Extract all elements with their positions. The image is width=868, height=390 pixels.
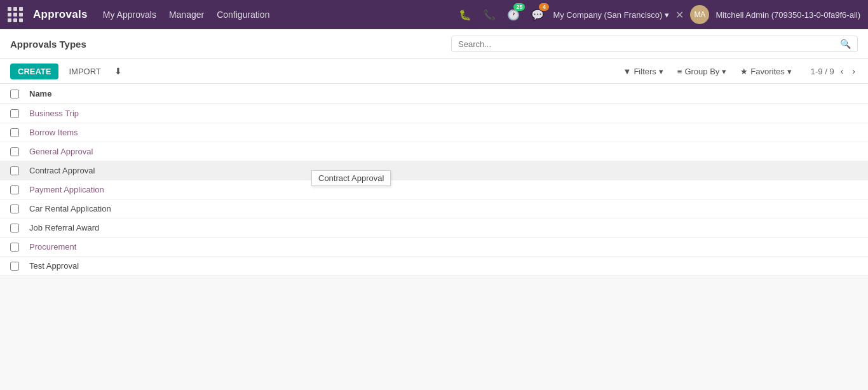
table-row[interactable]: General Approval [0, 142, 868, 161]
user-label: Mitchell Admin (709350-13-0-0fa9f6-all) [715, 10, 860, 20]
topnav: Approvals My Approvals Manager Configura… [0, 0, 868, 29]
chat-badge: 4 [539, 3, 549, 11]
row-checkbox[interactable] [10, 147, 19, 156]
row-checkbox[interactable] [10, 109, 19, 118]
row-checkbox-container[interactable] [10, 109, 29, 118]
groupby-button[interactable]: ≡ Group By ▾ [672, 64, 732, 79]
row-checkbox[interactable] [10, 205, 19, 213]
row-checkbox-container[interactable] [10, 166, 29, 175]
row-name: Contract Approval [29, 166, 95, 175]
star-icon: ★ [740, 67, 748, 76]
row-checkbox-container[interactable] [10, 185, 29, 194]
row-name: Test Approval [29, 261, 79, 271]
row-checkbox[interactable] [10, 224, 19, 232]
row-checkbox-container[interactable] [10, 262, 29, 271]
nav-manager[interactable]: Manager [169, 10, 204, 20]
row-checkbox[interactable] [10, 243, 19, 252]
download-button[interactable]: ⬇ [111, 63, 125, 79]
table-row[interactable]: Procurement [0, 238, 868, 257]
select-all-checkbox-container[interactable] [10, 90, 29, 98]
row-checkbox[interactable] [10, 166, 19, 175]
clock-badge: 25 [513, 3, 525, 11]
toolbar-right: ▼ Filters ▾ ≡ Group By ▾ ★ Favorites ▾ 1… [618, 64, 858, 79]
subheader: Approvals Types 🔍 [0, 29, 868, 59]
select-all-checkbox[interactable] [10, 90, 19, 98]
clock-icon[interactable]: 🕐 25 [505, 6, 522, 24]
row-name[interactable]: Borrow Items [29, 128, 78, 137]
apps-menu-icon[interactable] [8, 7, 23, 22]
row-name: Car Rental Application [29, 204, 111, 213]
table-header: Name [0, 84, 868, 104]
pagination: 1-9 / 9 ‹ › [811, 65, 858, 77]
row-checkbox-container[interactable] [10, 205, 29, 213]
row-name[interactable]: Payment Application [29, 185, 104, 194]
prev-page-button[interactable]: ‹ [838, 65, 846, 77]
col-name-header: Name [29, 89, 51, 98]
row-checkbox-container[interactable] [10, 147, 29, 156]
chat-icon[interactable]: 💬 4 [529, 6, 546, 24]
row-name: Job Referral Award [29, 223, 99, 232]
row-checkbox[interactable] [10, 262, 19, 271]
search-icon: 🔍 [840, 39, 851, 49]
app-title: Approvals [33, 8, 88, 21]
groupby-dropdown-icon: ▾ [722, 67, 726, 76]
pagination-label: 1-9 / 9 [811, 67, 834, 76]
main-nav: My Approvals Manager Configuration [103, 10, 270, 20]
next-page-button[interactable]: › [850, 65, 858, 77]
filters-dropdown-icon: ▾ [659, 67, 663, 76]
row-name[interactable]: Business Trip [29, 109, 79, 118]
row-name[interactable]: Procurement [29, 242, 76, 252]
table-row[interactable]: Job Referral Award [0, 219, 868, 238]
create-button[interactable]: CREATE [10, 64, 58, 79]
company-dropdown-icon: ▾ [665, 10, 669, 20]
filter-icon: ▼ [623, 67, 632, 76]
close-icon[interactable]: ✕ [675, 9, 684, 21]
table-row[interactable]: Contract ApprovalContract Approval [0, 161, 868, 180]
page-title: Approvals Types [10, 39, 86, 50]
company-selector[interactable]: My Company (San Francisco) ▾ [553, 10, 669, 20]
favorites-dropdown-icon: ▾ [787, 67, 792, 76]
row-checkbox-container[interactable] [10, 224, 29, 232]
row-checkbox[interactable] [10, 185, 19, 194]
filters-button[interactable]: ▼ Filters ▾ [618, 64, 668, 79]
tooltip: Contract Approval [311, 170, 391, 186]
row-checkbox[interactable] [10, 128, 19, 137]
import-button[interactable]: IMPORT [64, 64, 105, 79]
row-name[interactable]: General Approval [29, 147, 93, 156]
table-row[interactable]: Car Rental Application [0, 199, 868, 219]
table-row[interactable]: Business Trip [0, 104, 868, 123]
row-checkbox-container[interactable] [10, 128, 29, 137]
nav-my-approvals[interactable]: My Approvals [103, 10, 156, 20]
row-checkbox-container[interactable] [10, 243, 29, 252]
toolbar: CREATE IMPORT ⬇ ▼ Filters ▾ ≡ Group By ▾… [0, 59, 868, 84]
avatar[interactable]: MA [690, 5, 709, 24]
search-bar: 🔍 [451, 36, 858, 52]
table-row[interactable]: Borrow Items [0, 123, 868, 142]
table: Name Business TripBorrow ItemsGeneral Ap… [0, 84, 868, 276]
nav-configuration[interactable]: Configuration [217, 10, 269, 20]
topnav-right: 🐛 📞 🕐 25 💬 4 My Company (San Francisco) … [456, 5, 860, 24]
search-input[interactable] [458, 39, 835, 49]
table-row[interactable]: Payment Application [0, 180, 868, 199]
table-row[interactable]: Test Approval [0, 257, 868, 276]
favorites-button[interactable]: ★ Favorites ▾ [735, 64, 796, 79]
bug-icon[interactable]: 🐛 [456, 6, 474, 24]
phone-icon[interactable]: 📞 [480, 6, 498, 24]
groupby-icon: ≡ [677, 67, 682, 76]
